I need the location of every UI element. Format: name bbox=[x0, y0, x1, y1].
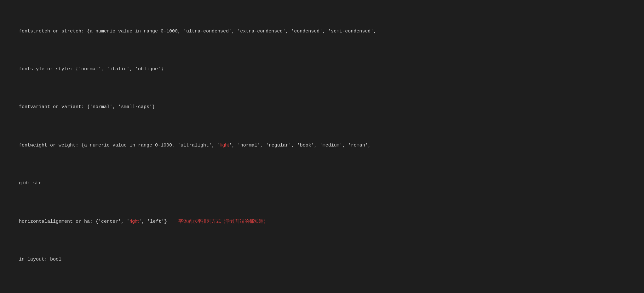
line-fontstretch-text: fontstretch or stretch: {a numeric value… bbox=[19, 29, 376, 34]
line-gid: gid: str bbox=[8, 172, 636, 195]
line-in-layout-text: in_layout: bool bbox=[19, 257, 61, 262]
line-label: label: object bbox=[8, 286, 636, 293]
line-fontvariant-text: fontvariant or variant: {'normal', 'smal… bbox=[19, 104, 155, 110]
line-fontstyle-text: fontstyle or style: {'normal', 'italic',… bbox=[19, 66, 164, 72]
line-fontstyle: fontstyle or style: {'normal', 'italic',… bbox=[8, 58, 636, 81]
line-ha-text: horizontalalignment or ha: {'center', 'r… bbox=[19, 219, 178, 224]
line-fontweight-text: fontweight or weight: {a numeric value i… bbox=[19, 143, 371, 148]
code-content: fontstretch or stretch: {a numeric value… bbox=[8, 5, 636, 293]
annotation-horizontal: 字体的水平排列方式（学过前端的都知道） bbox=[178, 218, 268, 224]
line-in-layout: in_layout: bool bbox=[8, 248, 636, 271]
line-horizontalalignment: horizontalalignment or ha: {'center', 'r… bbox=[8, 210, 636, 233]
line-gid-text: gid: str bbox=[19, 181, 42, 186]
line-fontweight: fontweight or weight: {a numeric value i… bbox=[8, 134, 636, 157]
line-fontstretch: fontstretch or stretch: {a numeric value… bbox=[8, 20, 636, 43]
line-fontvariant: fontvariant or variant: {'normal', 'smal… bbox=[8, 96, 636, 118]
